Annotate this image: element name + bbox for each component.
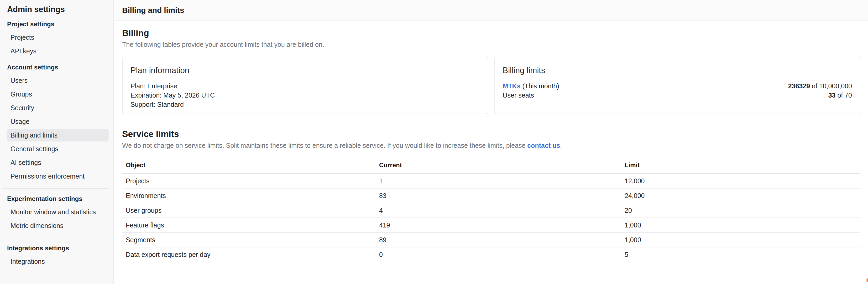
- column-header-limit: Limit: [621, 157, 860, 174]
- page-title: Billing and limits: [122, 6, 184, 15]
- service-limits-table: ObjectCurrentLimit Projects112,000Enviro…: [122, 157, 860, 262]
- billing-limits-card: Billing limits MTKs (This month)236329 o…: [494, 57, 861, 114]
- plan-information-card: Plan information Plan: EnterpriseExpirat…: [122, 57, 488, 114]
- column-header-object: Object: [122, 157, 375, 174]
- table-header-row: ObjectCurrentLimit: [122, 157, 860, 174]
- cell-limit: 24,000: [621, 188, 860, 203]
- content: Billing The following tables provide you…: [114, 21, 868, 284]
- sidebar-nav: Project settingsProjectsAPI keysAccount …: [6, 21, 109, 268]
- billing-limit-value: 33 of 70: [828, 91, 852, 100]
- plan-card-line: Expiration: May 5, 2026 UTC: [130, 91, 480, 100]
- billing-limit-label: MTKs (This month): [503, 82, 559, 91]
- billing-heading: Billing: [122, 28, 860, 38]
- sidebar-item-metric-dimensions[interactable]: Metric dimensions: [6, 219, 109, 232]
- sidebar-item-projects[interactable]: Projects: [6, 31, 109, 44]
- cell-current: 89: [375, 232, 621, 247]
- mtks-link[interactable]: MTKs: [503, 82, 521, 90]
- sidebar-divider: [2, 188, 109, 189]
- sidebar-section-integrations-settings: Integrations settings: [7, 245, 109, 252]
- sidebar-divider: [2, 238, 109, 238]
- cell-object: Feature flags: [122, 218, 375, 232]
- billing-limit-row: MTKs (This month)236329 of 10,000,000: [503, 82, 852, 91]
- plan-card-line: Plan: Enterprise: [130, 82, 480, 91]
- billing-cards: Plan information Plan: EnterpriseExpirat…: [122, 57, 860, 114]
- sidebar-item-monitor-window-and-statistics[interactable]: Monitor window and statistics: [6, 206, 109, 218]
- sidebar-item-billing-and-limits[interactable]: Billing and limits: [6, 129, 109, 141]
- cell-object: Environments: [122, 188, 375, 203]
- billing-limits-card-title: Billing limits: [503, 66, 852, 75]
- sidebar-item-general-settings[interactable]: General settings: [6, 143, 109, 155]
- billing-description: The following tables provide your accoun…: [122, 41, 860, 48]
- app-window: Admin settings Project settingsProjectsA…: [0, 0, 868, 284]
- cell-limit: 12,000: [621, 174, 860, 188]
- cell-limit: 5: [621, 247, 860, 262]
- plan-card-line: Support: Standard: [130, 100, 480, 109]
- cell-object: Segments: [122, 232, 375, 247]
- sidebar-item-ai-settings[interactable]: AI settings: [6, 156, 109, 169]
- table-row: Environments8324,000: [122, 188, 860, 203]
- plan-card-title: Plan information: [130, 66, 480, 75]
- cell-current: 1: [375, 174, 621, 188]
- table-row: Data export requests per day05: [122, 247, 860, 262]
- cell-current: 4: [375, 203, 621, 218]
- sidebar-item-api-keys[interactable]: API keys: [6, 45, 109, 57]
- table-row: User groups420: [122, 203, 860, 218]
- contact-us-link[interactable]: contact us: [527, 142, 560, 149]
- table-row: Segments891,000: [122, 232, 860, 247]
- column-header-current: Current: [375, 157, 621, 174]
- service-description-period: .: [560, 142, 562, 149]
- sidebar: Admin settings Project settingsProjectsA…: [0, 0, 114, 284]
- sidebar-section-project-settings: Project settings: [7, 21, 109, 28]
- service-limits-description: We do not charge on service limits. Spli…: [122, 142, 860, 149]
- billing-limits-card-body: MTKs (This month)236329 of 10,000,000Use…: [503, 82, 852, 100]
- service-limits-heading: Service limits: [122, 129, 860, 139]
- cell-object: Data export requests per day: [122, 247, 375, 262]
- cell-object: Projects: [122, 174, 375, 188]
- cell-object: User groups: [122, 203, 375, 218]
- billing-limit-label: User seats: [503, 91, 534, 100]
- cell-limit: 1,000: [621, 232, 860, 247]
- cell-limit: 20: [621, 203, 860, 218]
- cell-current: 419: [375, 218, 621, 232]
- main-area: Billing and limits Billing The following…: [114, 0, 868, 284]
- billing-limit-row: User seats33 of 70: [503, 91, 852, 100]
- topbar: Billing and limits: [114, 0, 868, 21]
- sidebar-item-permissions-enforcement[interactable]: Permissions enforcement: [6, 170, 109, 182]
- table-body: Projects112,000Environments8324,000User …: [122, 174, 860, 262]
- cell-current: 83: [375, 188, 621, 203]
- table-row: Projects112,000: [122, 174, 860, 188]
- service-description-text: We do not charge on service limits. Spli…: [122, 142, 527, 149]
- admin-settings-title: Admin settings: [7, 5, 109, 14]
- table-row: Feature flags4191,000: [122, 218, 860, 232]
- sidebar-item-users[interactable]: Users: [6, 74, 109, 87]
- sidebar-item-integrations[interactable]: Integrations: [6, 255, 109, 268]
- cell-limit: 1,000: [621, 218, 860, 232]
- sidebar-item-security[interactable]: Security: [6, 102, 109, 114]
- billing-limit-value: 236329 of 10,000,000: [788, 82, 852, 91]
- sidebar-section-experimentation-settings: Experimentation settings: [7, 195, 109, 202]
- sidebar-item-usage[interactable]: Usage: [6, 115, 109, 128]
- plan-card-body: Plan: EnterpriseExpiration: May 5, 2026 …: [130, 82, 480, 109]
- sidebar-section-account-settings: Account settings: [7, 64, 109, 71]
- cell-current: 0: [375, 247, 621, 262]
- sidebar-item-groups[interactable]: Groups: [6, 88, 109, 101]
